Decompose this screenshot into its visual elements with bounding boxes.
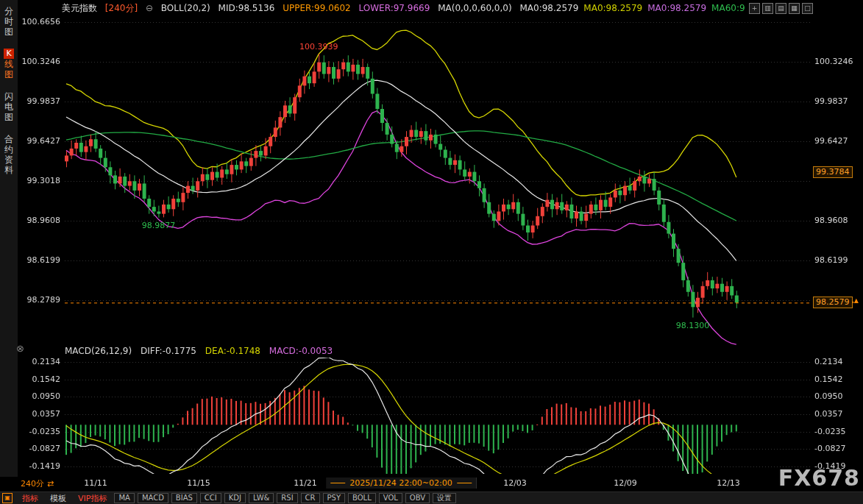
indicator-button-MA[interactable]: MA [114, 493, 134, 503]
indicator-button-LW&[interactable]: LW& [249, 493, 274, 503]
indicator-button-PSY[interactable]: PSY [323, 493, 346, 503]
toolbar-tab-VIP指标[interactable]: VIP指标 [72, 493, 113, 504]
y-axis-tick: 99.9837 [814, 97, 848, 106]
macd-collapse-icon[interactable]: ⊗ [16, 343, 24, 354]
y-axis-tick: 99.6427 [814, 137, 848, 146]
indicator-button-BIAS[interactable]: BIAS [171, 493, 197, 503]
price-annotation: 98.1300 [676, 321, 710, 330]
price-chart-canvas[interactable] [0, 0, 863, 504]
app-icon[interactable]: ▣ [2, 493, 13, 503]
period-tag[interactable]: [240分] [105, 3, 138, 13]
chart-header: 美元指数 [240分] ⊖ BOLL(20,2) MID:98.5136 UPP… [62, 2, 756, 15]
x-axis-label: 11/11 [84, 478, 107, 488]
macd-macd-value: MACD:-0.0053 [269, 346, 333, 356]
y-axis-tick: 0.2134 [814, 358, 843, 366]
x-axis-cursor-label: 2025/11/24 22:00~02:00 [326, 478, 476, 489]
x-axis-label: 11/15 [187, 478, 210, 488]
y-axis-tick: 98.9608 [814, 216, 848, 225]
cursor-time-text: 2025/11/24 22:00~02:00 [349, 478, 452, 488]
x-axis-label: 12/03 [503, 478, 527, 488]
boll-label: BOLL(20,2) [161, 3, 210, 13]
layout-columns-icon[interactable]: ▤ [775, 3, 786, 14]
macd-diff-value: DIFF:-0.1775 [141, 346, 196, 356]
x-axis-label: 11/21 [294, 478, 317, 488]
price-highlight-box: 99.3784 [813, 166, 853, 178]
indicator-button-KDJ[interactable]: KDJ [224, 493, 246, 503]
sidebar-item-contract-info[interactable]: 合约资料 [4, 134, 14, 175]
ma-value: MA60:9 [711, 3, 745, 13]
boll-mid-value: MID:98.5136 [219, 3, 275, 13]
layout-single-icon[interactable]: □ [802, 3, 813, 14]
y-axis-tick: -0.0235 [814, 427, 845, 436]
y-axis-tick: 0.0950 [814, 392, 843, 401]
indicator-button-RSI[interactable]: RSI [277, 493, 297, 503]
indicator-toolbar: ▣ 指标模板VIP指标MAMACDBIASCCIKDJLW&RSICRPSYBO… [0, 491, 863, 504]
indicator-button-设置[interactable]: 设置 [433, 493, 456, 503]
fx678-watermark: FX678 [778, 465, 860, 491]
indicator-button-VOL[interactable]: VOL [379, 493, 402, 503]
symbol-title: 美元指数 [62, 3, 97, 13]
ma-values: MA0:98.2579MA0:98.2579MA0:98.2579MA60:9 [519, 3, 750, 13]
boll-upper-value: UPPER:99.0602 [283, 3, 350, 13]
price-highlight-box: 98.2579 [813, 297, 853, 308]
cursor-dash-left [330, 483, 345, 483]
period-switch-icon: ⇄ [47, 479, 54, 489]
toolbar-tab-模板[interactable]: 模板 [44, 493, 72, 504]
sidebar-item-lightning-chart[interactable]: 闪电图 [4, 91, 14, 122]
ma-group-label: MA(0,0,0,60,0,0) [438, 3, 511, 13]
ma-value: MA0:98.2579 [583, 3, 642, 13]
indicator-button-CR[interactable]: CR [301, 493, 320, 503]
collapse-panel-icon[interactable]: ⊖ [146, 3, 153, 13]
indicator-button-BOLL[interactable]: BOLL [348, 493, 376, 503]
sidebar-item-time-chart[interactable]: 分时图 [4, 6, 14, 37]
indicator-button-MACD[interactable]: MACD [138, 493, 168, 503]
x-axis: 240分⇄ 11/1111/1511/2112/0312/0912/13 202… [0, 478, 863, 490]
y-axis-tick: 0.1542 [814, 375, 843, 384]
x-axis-label: 12/13 [717, 478, 740, 488]
y-axis-tick: 100.3246 [814, 57, 853, 66]
sidebar: 分时图K线图闪电图合约资料 [0, 0, 18, 477]
price-annotation: 98.9877 [142, 221, 176, 230]
layout-rows-icon[interactable]: ▦ [789, 3, 800, 14]
y-axis-tick: 98.6199 [814, 256, 848, 265]
layout-grid-icon[interactable]: ▥ [762, 3, 773, 14]
add-window-icon[interactable]: + [749, 3, 760, 14]
y-axis-tick: 0.0357 [814, 410, 843, 419]
y-axis-tick: -0.0827 [814, 444, 845, 453]
period-selector[interactable]: 240分⇄ [21, 478, 54, 489]
cursor-dash-right [457, 483, 472, 483]
k-badge: K [4, 49, 14, 59]
x-axis-label: 12/09 [614, 478, 637, 488]
boll-lower-value: LOWER:97.9669 [359, 3, 430, 13]
sidebar-item-kline-chart[interactable]: K线图 [4, 49, 14, 79]
indicator-button-CCI[interactable]: CCI [200, 493, 221, 503]
toolbar-tab-指标[interactable]: 指标 [16, 493, 44, 504]
indicator-button-OBV[interactable]: OBV [405, 493, 430, 503]
ma-value: MA0:98.2579 [647, 3, 706, 13]
macd-params: MACD(26,12,9) [65, 346, 132, 356]
macd-header: MACD(26,12,9) DIFF:-0.1775 DEA:-0.1748 M… [65, 346, 338, 356]
trading-chart-app: 美元指数 [240分] ⊖ BOLL(20,2) MID:98.5136 UPP… [0, 0, 863, 504]
macd-dea-value: DEA:-0.1748 [205, 346, 260, 356]
ma-value: MA0:98.2579 [519, 3, 578, 13]
price-annotation: 100.3939 [299, 42, 338, 52]
window-layout-icons: +▥▤▦□ [749, 3, 813, 14]
